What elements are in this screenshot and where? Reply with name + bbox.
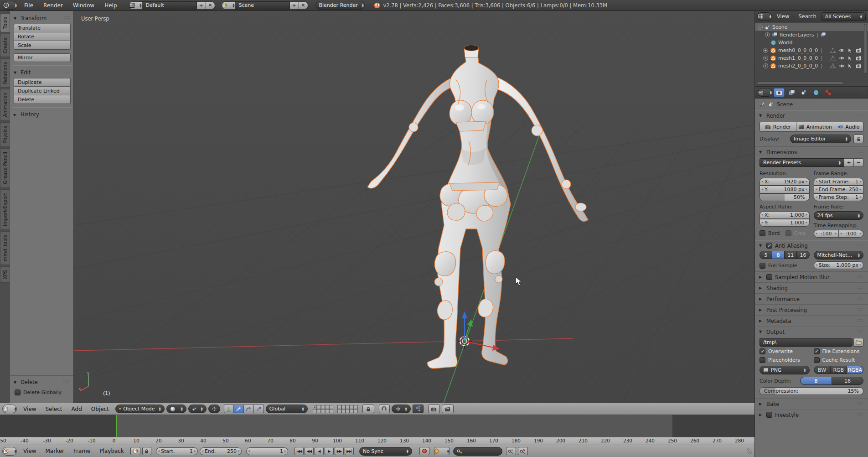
full-sample-checkbox[interactable] xyxy=(760,263,765,269)
timeline-menu-marker[interactable]: Marker xyxy=(41,448,68,454)
edit-panel-header[interactable]: ▼Edit········ xyxy=(13,68,72,77)
panel-header[interactable]: ▶Sampled Motion Blur········ xyxy=(755,272,868,282)
layer-toggle[interactable] xyxy=(313,405,317,409)
compression-slider[interactable]: Compression:15% xyxy=(760,387,863,395)
layer-toggle[interactable] xyxy=(337,405,341,409)
character-mesh[interactable] xyxy=(367,45,588,369)
screen-layout-name[interactable]: Default xyxy=(142,1,197,10)
layer-toggle[interactable] xyxy=(350,405,354,409)
expand-icon[interactable]: + xyxy=(763,56,768,61)
jump-to-end-button[interactable]: ▶▶| xyxy=(345,447,354,455)
topbar-menu-render[interactable]: Render xyxy=(38,2,68,9)
layer-toggle[interactable] xyxy=(354,409,358,413)
freestyle-checkbox[interactable] xyxy=(766,412,772,418)
aspect-y-field[interactable]: ◂Y:1.000▸ xyxy=(760,219,810,227)
editor-type-button[interactable]: ▲▼ xyxy=(757,12,772,21)
resize-grip[interactable] xyxy=(862,11,868,17)
opengl-render-anim-button[interactable] xyxy=(442,405,454,413)
delete-globally-checkbox[interactable] xyxy=(15,389,21,395)
delete-layout-button[interactable]: ✕ xyxy=(206,1,215,10)
resolution-x-field[interactable]: ◂X:1920 px▸ xyxy=(760,178,810,186)
resolution-y-field[interactable]: ◂Y:1080 px▸ xyxy=(760,186,810,193)
editor-type-info-icon[interactable]: ▲▼ xyxy=(3,1,17,10)
panel-grip[interactable]: ········ xyxy=(858,275,864,279)
layer-toggle[interactable] xyxy=(313,409,317,413)
visibility-eye-icon[interactable] xyxy=(839,56,845,61)
outliner-item-mesh[interactable]: + mesh1_0_0_0_0 | xyxy=(755,54,868,62)
layer-toggle[interactable] xyxy=(354,405,358,409)
3d-view-menu-add[interactable]: Add xyxy=(67,406,87,412)
end-frame-field[interactable]: ◂End:250▸ xyxy=(200,447,242,455)
file-extensions-checkbox[interactable] xyxy=(814,348,820,354)
lock-to-scene-button[interactable] xyxy=(362,405,374,413)
expand-icon[interactable]: + xyxy=(765,32,770,37)
placeholders-checkbox[interactable] xyxy=(760,357,765,363)
tab-scene[interactable] xyxy=(798,88,809,97)
panel-grip[interactable]: ········ xyxy=(858,319,864,323)
transform-panel-header[interactable]: ▼Transform········ xyxy=(13,14,72,23)
render-audio-button[interactable]: Audio xyxy=(834,122,863,132)
panel-grip[interactable]: ········ xyxy=(858,114,864,118)
shelf-tab-create[interactable]: Create xyxy=(0,34,10,57)
display-lock-button[interactable] xyxy=(853,135,863,143)
outliner-item-renderlayers[interactable]: + RenderLayers | xyxy=(755,31,868,39)
collapse-icon[interactable]: − xyxy=(758,25,763,30)
next-keyframe-button[interactable]: ▶▶ xyxy=(335,447,344,455)
insert-keyframe-button[interactable] xyxy=(506,447,516,455)
remove-preset-button[interactable]: − xyxy=(854,158,863,167)
screen-layout-icon-button[interactable]: ▲▼ xyxy=(129,1,142,10)
outliner-menu-search[interactable]: Search xyxy=(794,13,821,20)
output-panel-header[interactable]: ▼Output········ xyxy=(755,327,868,337)
aa-samples-option-5[interactable]: 5 xyxy=(760,251,772,259)
3d-view-menu-view[interactable]: View xyxy=(19,406,41,412)
panel-header[interactable]: ▶Freestyle········ xyxy=(755,410,868,420)
layer-toggle[interactable] xyxy=(321,409,325,413)
outliner-item-mesh[interactable]: + mesh2_0_0_0_0 | xyxy=(755,62,868,70)
display-dropdown[interactable]: Image Editor▲▼ xyxy=(790,135,851,143)
vertical-scrollbar[interactable] xyxy=(864,24,867,74)
scale-button[interactable]: Scale xyxy=(14,41,71,50)
selectability-cursor-icon[interactable] xyxy=(848,48,852,53)
browse-folder-button[interactable] xyxy=(853,338,863,347)
transform-orientation-dropdown[interactable]: Global ▲▼ xyxy=(266,405,308,413)
lock-time-button[interactable] xyxy=(142,447,151,455)
output-path-field[interactable]: /tmp\ xyxy=(760,338,852,347)
tab-world[interactable] xyxy=(811,88,822,97)
timeline-menu-view[interactable]: View xyxy=(19,448,41,454)
rotate-manipulator-button[interactable] xyxy=(244,405,254,413)
current-frame-marker[interactable] xyxy=(116,415,117,437)
file-format-dropdown[interactable]: PNG▲▼ xyxy=(760,366,810,374)
scene-icon-button[interactable]: ▲▼ xyxy=(222,1,235,10)
outliner-item-scene[interactable]: − Scene xyxy=(755,23,868,31)
timeline-track-area[interactable] xyxy=(0,415,754,437)
aa-samples-option-11[interactable]: 11 xyxy=(785,251,797,259)
panel-grip[interactable]: ········ xyxy=(858,402,864,406)
render-animation-button[interactable]: Animation xyxy=(796,122,834,132)
scene-name[interactable]: Scene xyxy=(235,1,290,10)
frame-rate-dropdown[interactable]: 24 fps▲▼ xyxy=(814,211,864,220)
outliner-item-mesh[interactable]: + mesh0_0_0_0_0 | xyxy=(755,47,868,54)
tab-render-layers[interactable] xyxy=(786,88,797,97)
render-engine-dropdown[interactable]: Blender Render ▲▼ xyxy=(315,1,365,10)
end-frame-field[interactable]: ◂End Frame:250▸ xyxy=(814,186,864,193)
panel-grip[interactable]: ········ xyxy=(858,330,864,334)
outliner-item-world[interactable]: World xyxy=(755,39,868,47)
aspect-x-field[interactable]: ◂X:1.000▸ xyxy=(760,211,810,219)
prev-keyframe-button[interactable]: ◀◀ xyxy=(305,447,314,455)
add-layout-button[interactable]: + xyxy=(197,1,206,10)
delete-scene-button[interactable]: ✕ xyxy=(299,1,308,10)
3d-view-menu-select[interactable]: Select xyxy=(41,406,67,412)
crop-checkbox[interactable] xyxy=(785,230,791,236)
render-panel-header[interactable]: ▼Render········ xyxy=(755,110,868,121)
layer-toggle[interactable] xyxy=(346,409,350,413)
timeline-menu-playback[interactable]: Playback xyxy=(95,448,129,454)
outliner-menu-view[interactable]: View xyxy=(773,13,793,20)
selectability-cursor-icon[interactable] xyxy=(848,56,852,61)
cache-result-checkbox[interactable] xyxy=(814,357,820,363)
render-presets-dropdown[interactable]: Render Presets▲▼ xyxy=(760,158,844,167)
renderability-camera-icon[interactable] xyxy=(856,56,862,61)
time-display-toggle-button[interactable] xyxy=(130,447,140,455)
panel-grip[interactable]: ········ xyxy=(63,380,70,384)
keying-set-dropdown[interactable]: ▲▼ xyxy=(434,447,450,455)
panel-grip[interactable]: ········ xyxy=(64,71,71,74)
